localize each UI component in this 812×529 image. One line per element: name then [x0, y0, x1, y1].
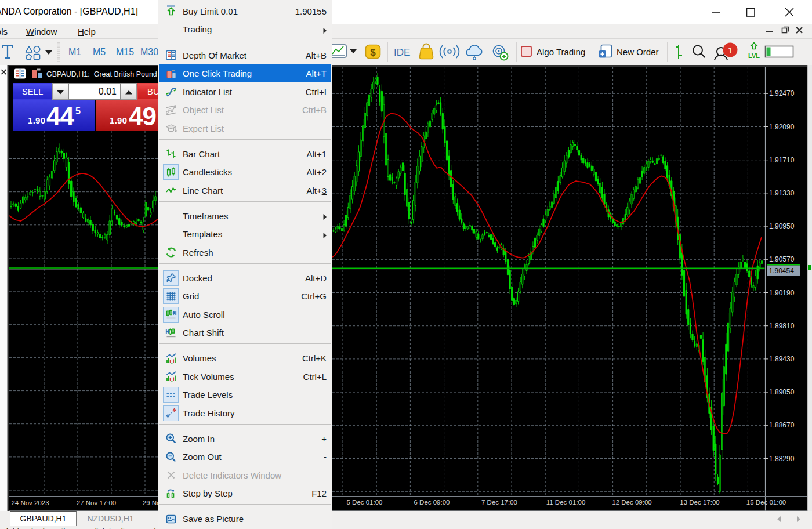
svg-text:LVL: LVL: [748, 52, 760, 59]
svg-text:$: $: [370, 47, 376, 58]
svg-text:IDE: IDE: [394, 47, 410, 58]
svg-text:7 Dec 17:00: 7 Dec 17:00: [481, 499, 517, 506]
svg-text:1.88290: 1.88290: [769, 455, 795, 463]
svg-text:1.90950: 1.90950: [769, 222, 795, 230]
svg-text:1.90570: 1.90570: [769, 255, 795, 263]
svg-text:1.90190: 1.90190: [769, 289, 795, 297]
svg-text:24 Nov 2023: 24 Nov 2023: [11, 499, 49, 506]
svg-text:1.92470: 1.92470: [769, 89, 795, 97]
svg-text:1.89810: 1.89810: [769, 322, 795, 330]
svg-text:1.89050: 1.89050: [769, 388, 795, 396]
svg-text:27 Nov 17:00: 27 Nov 17:00: [77, 499, 116, 506]
svg-text:12 Dec 09:00: 12 Dec 09:00: [612, 499, 651, 506]
svg-text:1: 1: [728, 45, 733, 55]
svg-text:New Order: New Order: [617, 47, 659, 57]
svg-text:5 Dec 01:00: 5 Dec 01:00: [346, 499, 382, 506]
svg-text:13 Dec 17:00: 13 Dec 17:00: [680, 499, 719, 506]
svg-text:29 Nov 09:00: 29 Nov 09:00: [143, 499, 158, 506]
svg-text:1.92090: 1.92090: [769, 123, 795, 131]
svg-text:11 Dec 01:00: 11 Dec 01:00: [546, 499, 586, 506]
svg-text:1.89430: 1.89430: [769, 355, 795, 363]
svg-text:1.91710: 1.91710: [769, 156, 795, 164]
svg-text:Algo Trading: Algo Trading: [536, 47, 585, 57]
svg-text:1.90454: 1.90454: [769, 267, 795, 275]
svg-text:1.88670: 1.88670: [769, 421, 795, 429]
svg-text:15 Dec 01:00: 15 Dec 01:00: [746, 499, 786, 506]
svg-text:6 Dec 09:00: 6 Dec 09:00: [414, 499, 449, 506]
svg-text:1.91330: 1.91330: [769, 189, 795, 197]
